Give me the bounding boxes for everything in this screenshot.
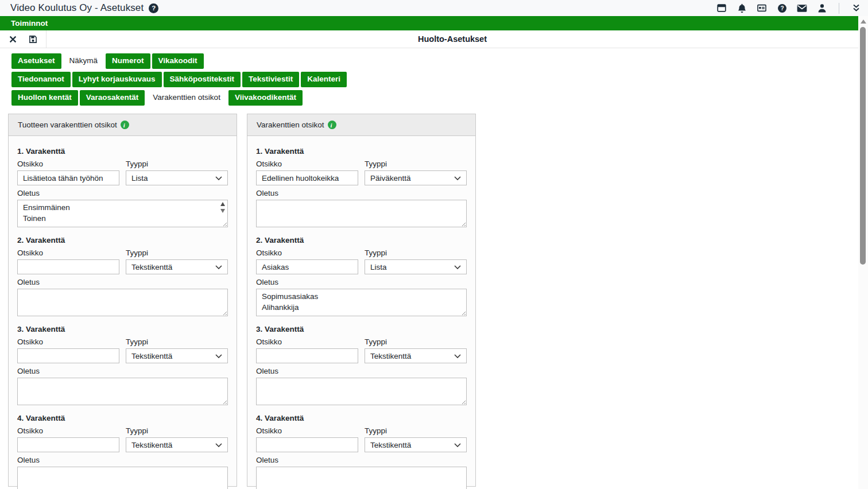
general-field-4-tyyppi-select[interactable]: Tekstikenttä xyxy=(365,437,467,452)
tab-tekstiviestit[interactable]: Tekstiviestit xyxy=(242,72,299,87)
tab-nakyma[interactable]: Näkymä xyxy=(63,53,104,69)
collapse-chevrons-icon[interactable] xyxy=(851,3,861,13)
settings-tabs: Asetukset Näkymä Numerot Vikakoodit Tied… xyxy=(0,48,868,106)
panel-product-extra-fields: Tuotteen varakenttien otsikot i 1. Varak… xyxy=(8,114,237,487)
product-field-3-oletus-textarea[interactable] xyxy=(17,378,228,405)
tyyppi-label: Tyyppi xyxy=(126,160,228,168)
oletus-label: Oletus xyxy=(256,367,467,375)
chevron-down-icon xyxy=(454,265,461,269)
otsikko-label: Otsikko xyxy=(17,337,119,346)
oletus-label: Oletus xyxy=(17,367,228,375)
tab-huollon-kentat[interactable]: Huollon kentät xyxy=(11,90,78,106)
tyyppi-label: Tyyppi xyxy=(365,249,467,257)
scroll-down-icon[interactable] xyxy=(220,209,225,213)
field-heading: 2. Varakenttä xyxy=(17,236,228,244)
mail-icon[interactable] xyxy=(797,3,807,13)
field-heading: 3. Varakenttä xyxy=(17,325,228,333)
window-titlebar: Video Koulutus Oy - Asetukset ? ? xyxy=(0,0,868,16)
general-field-1: 1. Varakenttä Otsikko Tyyppi Päiväkenttä xyxy=(256,147,467,227)
panel-header: Tuotteen varakenttien otsikot i xyxy=(9,114,237,136)
general-field-4-oletus-textarea[interactable] xyxy=(256,467,467,489)
field-heading: 1. Varakenttä xyxy=(256,147,467,156)
tab-varakenttien-otsikot[interactable]: Varakenttien otsikot xyxy=(146,90,227,106)
tab-viivakoodikentat[interactable]: Viivakoodikentät xyxy=(228,90,303,106)
otsikko-label: Otsikko xyxy=(17,160,119,168)
menu-toiminnot[interactable]: Toiminnot xyxy=(11,19,48,28)
chevron-down-icon xyxy=(215,265,222,269)
help-circle-icon[interactable]: ? xyxy=(777,3,787,13)
product-field-2-otsikko-input[interactable] xyxy=(17,259,119,274)
product-field-3-otsikko-input[interactable] xyxy=(17,348,119,363)
product-field-1: 1. Varakenttä Otsikko Tyyppi Lista Ole xyxy=(17,147,228,227)
oletus-label: Oletus xyxy=(256,456,467,464)
window-icon[interactable] xyxy=(716,3,727,13)
general-field-3-tyyppi-select[interactable]: Tekstikenttä xyxy=(365,348,467,363)
textarea-scrollbar[interactable] xyxy=(219,201,226,213)
bell-icon[interactable] xyxy=(737,3,747,13)
oletus-label: Oletus xyxy=(17,456,228,464)
tab-sahkopostitekstit[interactable]: Sähköpostitekstit xyxy=(164,72,241,87)
product-field-1-oletus-textarea[interactable]: Ensimmäinen Toinen xyxy=(17,200,228,227)
general-field-3-otsikko-input[interactable] xyxy=(256,348,358,363)
tab-asetukset[interactable]: Asetukset xyxy=(11,53,61,69)
tyyppi-label: Tyyppi xyxy=(365,426,467,435)
oletus-label: Oletus xyxy=(256,278,467,286)
field-heading: 3. Varakenttä xyxy=(256,325,467,333)
general-field-1-tyyppi-select[interactable]: Päiväkenttä xyxy=(365,170,467,185)
general-field-2: 2. Varakenttä Otsikko Tyyppi Lista Ole xyxy=(256,236,467,316)
product-field-2-oletus-textarea[interactable] xyxy=(17,289,228,316)
product-field-3-tyyppi-select[interactable]: Tekstikenttä xyxy=(126,348,228,363)
svg-text:?: ? xyxy=(780,5,784,11)
info-icon[interactable]: i xyxy=(121,121,129,129)
general-field-3: 3. Varakenttä Otsikko Tyyppi Tekstikentt… xyxy=(256,325,467,405)
page-title: Huolto-Asetukset xyxy=(46,30,858,48)
chevron-down-icon xyxy=(454,176,461,180)
general-field-3-oletus-textarea[interactable] xyxy=(256,378,467,405)
field-heading: 4. Varakenttä xyxy=(17,414,228,422)
window-title: Video Koulutus Oy - Asetukset xyxy=(10,2,144,14)
oletus-label: Oletus xyxy=(17,189,228,197)
tab-tiedonannot[interactable]: Tiedonannot xyxy=(11,72,71,87)
product-field-1-tyyppi-select[interactable]: Lista xyxy=(126,170,228,185)
general-field-2-otsikko-input[interactable] xyxy=(256,259,358,274)
product-field-2-tyyppi-select[interactable]: Tekstikenttä xyxy=(126,259,228,274)
product-field-4-otsikko-input[interactable] xyxy=(17,437,119,452)
otsikko-label: Otsikko xyxy=(17,426,119,435)
chevron-down-icon xyxy=(215,443,222,447)
otsikko-label: Otsikko xyxy=(256,337,358,346)
otsikko-label: Otsikko xyxy=(256,426,358,435)
product-field-4-oletus-textarea[interactable] xyxy=(17,467,228,489)
close-icon[interactable] xyxy=(7,34,18,44)
id-card-icon[interactable] xyxy=(757,3,767,13)
chevron-down-icon xyxy=(215,354,222,358)
product-field-2: 2. Varakenttä Otsikko Tyyppi Tekstikentt… xyxy=(17,236,228,316)
product-field-3: 3. Varakenttä Otsikko Tyyppi Tekstikentt… xyxy=(17,325,228,405)
page-toolbar: Huolto-Asetukset xyxy=(0,30,858,48)
tab-kalenteri[interactable]: Kalenteri xyxy=(301,72,347,87)
tyyppi-label: Tyyppi xyxy=(126,337,228,346)
product-field-1-otsikko-input[interactable] xyxy=(17,170,119,185)
tab-numerot[interactable]: Numerot xyxy=(106,53,150,69)
general-field-2-oletus-textarea[interactable]: Sopimusasiakas Alihankkija xyxy=(256,289,467,316)
scrollbar-up-icon[interactable] xyxy=(861,20,866,24)
panel-title: Tuotteen varakenttien otsikot xyxy=(18,121,117,129)
info-icon[interactable]: i xyxy=(328,121,336,129)
scroll-up-icon[interactable] xyxy=(220,202,225,206)
page-scrollbar[interactable] xyxy=(858,16,868,489)
save-icon[interactable] xyxy=(28,34,38,44)
tab-vikakoodit[interactable]: Vikakoodit xyxy=(152,53,204,69)
topbar-divider xyxy=(839,3,839,14)
general-field-1-oletus-textarea[interactable] xyxy=(256,200,467,227)
otsikko-label: Otsikko xyxy=(256,160,358,168)
tab-lyhyt-korjauskuvaus[interactable]: Lyhyt korjauskuvaus xyxy=(72,72,162,87)
tab-varaosakentat[interactable]: Varaosakentät xyxy=(80,90,145,106)
scrollbar-thumb[interactable] xyxy=(860,27,866,265)
general-field-2-tyyppi-select[interactable]: Lista xyxy=(365,259,467,274)
title-help-circle-icon[interactable]: ? xyxy=(149,3,158,13)
chevron-down-icon xyxy=(215,176,222,180)
product-field-4-tyyppi-select[interactable]: Tekstikenttä xyxy=(126,437,228,452)
field-heading: 1. Varakenttä xyxy=(17,147,228,156)
general-field-4-otsikko-input[interactable] xyxy=(256,437,358,452)
general-field-1-otsikko-input[interactable] xyxy=(256,170,358,185)
user-icon[interactable] xyxy=(817,3,827,13)
